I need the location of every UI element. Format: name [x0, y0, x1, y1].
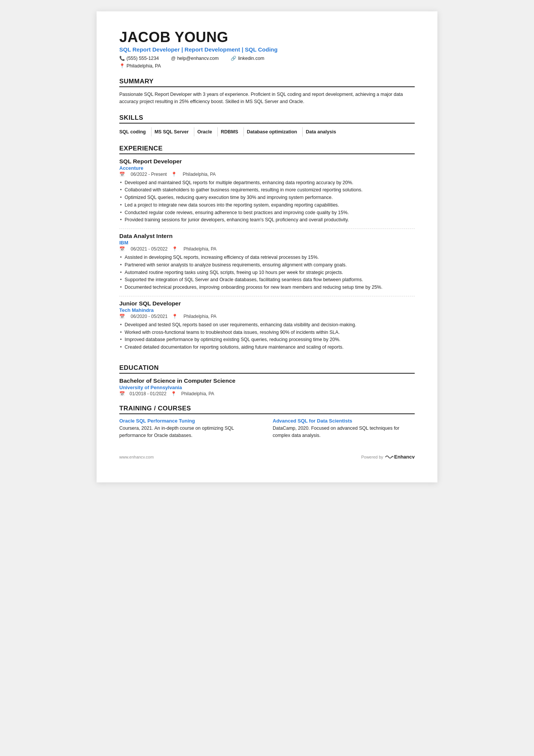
training-item-desc: DataCamp, 2020. Focused on advanced SQL …: [273, 425, 415, 439]
training-title: TRAINING / COURSES: [119, 405, 415, 414]
location-contact: 📍 Philadelphia, PA: [119, 63, 161, 69]
list-item: Provided training sessions for junior de…: [119, 216, 415, 224]
job-company: Accenture: [119, 165, 415, 171]
skill-item: Data analysis: [306, 127, 341, 136]
job-date: 06/2020 - 05/2021: [131, 314, 167, 319]
edu-degree: Bachelor of Science in Computer Science: [119, 377, 415, 384]
job-location: Philadelphia, PA: [183, 172, 215, 177]
summary-text: Passionate SQL Report Developer with 3 y…: [119, 91, 415, 106]
list-item: Optimized SQL queries, reducing query ex…: [119, 194, 415, 201]
footer-brand: Powered by Enhancv: [361, 454, 415, 460]
education-title: EDUCATION: [119, 364, 415, 374]
job-date: 06/2022 - Present: [131, 172, 167, 177]
email-icon: @: [171, 56, 175, 61]
skill-item: Database optimization: [247, 127, 303, 136]
training-section: TRAINING / COURSES Oracle SQL Performanc…: [119, 405, 415, 439]
linkedin-contact: 🔗 linkedin.com: [231, 56, 264, 61]
job-bullets: Developed and tested SQL reports based o…: [119, 321, 415, 351]
header-section: JACOB YOUNG SQL Report Developer | Repor…: [119, 30, 415, 69]
job-title: SQL Report Developer: [119, 158, 415, 165]
job-title: Data Analyst Intern: [119, 233, 415, 239]
job-meta: 📅06/2022 - Present📍Philadelphia, PA: [119, 172, 415, 177]
job-meta: 📅06/2020 - 05/2021📍Philadelphia, PA: [119, 314, 415, 319]
training-item-desc: Coursera, 2021. An in-depth course on op…: [119, 425, 261, 439]
location-pin-icon: 📍: [171, 391, 176, 396]
candidate-name: JACOB YOUNG: [119, 30, 415, 45]
list-item: Documented technical procedures, improvi…: [119, 284, 415, 291]
job-block: SQL Report DeveloperAccenture📅06/2022 - …: [119, 158, 415, 229]
jobs-container: SQL Report DeveloperAccenture📅06/2022 - …: [119, 158, 415, 356]
job-bullets: Assisted in developing SQL reports, incr…: [119, 254, 415, 291]
list-item: Led a project to integrate new data sour…: [119, 202, 415, 209]
training-item: Advanced SQL for Data ScientistsDataCamp…: [273, 418, 415, 439]
experience-title: EXPERIENCE: [119, 145, 415, 154]
job-meta: 📅06/2021 - 05/2022📍Philadelphia, PA: [119, 246, 415, 252]
edu-date: 01/2018 - 01/2022: [130, 391, 166, 396]
job-location: Philadelphia, PA: [183, 246, 216, 252]
job-bullets: Developed and maintained SQL reports for…: [119, 179, 415, 224]
training-item-title: Advanced SQL for Data Scientists: [273, 418, 415, 424]
list-item: Improved database performance by optimiz…: [119, 336, 415, 343]
phone-icon: 📞: [119, 56, 125, 61]
list-item: Automated routine reporting tasks using …: [119, 269, 415, 276]
edu-location: Philadelphia, PA: [181, 391, 214, 396]
calendar-icon: 📅: [119, 391, 125, 396]
training-item-title: Oracle SQL Performance Tuning: [119, 418, 261, 424]
experience-section: EXPERIENCE SQL Report DeveloperAccenture…: [119, 145, 415, 356]
edu-school: University of Pennsylvania: [119, 385, 415, 390]
footer-website: www.enhancv.com: [119, 455, 154, 459]
job-company: Tech Mahindra: [119, 307, 415, 313]
resume-page: JACOB YOUNG SQL Report Developer | Repor…: [97, 11, 437, 482]
skill-item: SQL coding: [119, 127, 151, 136]
training-container: Oracle SQL Performance TuningCoursera, 2…: [119, 418, 415, 439]
brand-name: Enhancv: [394, 454, 415, 460]
list-item: Partnered with senior analysts to analyz…: [119, 261, 415, 269]
footer: www.enhancv.com Powered by Enhancv: [119, 454, 415, 460]
edu-block: Bachelor of Science in Computer ScienceU…: [119, 377, 415, 396]
calendar-icon: 📅: [119, 314, 125, 319]
skills-title: SKILLS: [119, 114, 415, 124]
email-contact: @ help@enhancv.com: [171, 56, 219, 61]
location-pin-icon: 📍: [171, 172, 177, 177]
calendar-icon: 📅: [119, 172, 125, 177]
skills-row: SQL codingMS SQL ServerOracleRDBMSDataba…: [119, 127, 415, 136]
job-location: Philadelphia, PA: [183, 314, 216, 319]
list-item: Supported the integration of SQL Server …: [119, 276, 415, 283]
edu-container: Bachelor of Science in Computer ScienceU…: [119, 377, 415, 396]
summary-section: SUMMARY Passionate SQL Report Developer …: [119, 78, 415, 106]
list-item: Worked with cross-functional teams to tr…: [119, 329, 415, 336]
skills-section: SKILLS SQL codingMS SQL ServerOracleRDBM…: [119, 114, 415, 136]
job-date: 06/2021 - 05/2022: [131, 246, 167, 252]
edu-meta: 📅01/2018 - 01/2022📍Philadelphia, PA: [119, 391, 415, 396]
location-row: 📍 Philadelphia, PA: [119, 63, 415, 69]
job-title: Junior SQL Developer: [119, 300, 415, 307]
list-item: Conducted regular code reviews, ensuring…: [119, 209, 415, 216]
phone-contact: 📞 (555) 555-1234: [119, 56, 159, 61]
skill-item: MS SQL Server: [155, 127, 194, 136]
list-item: Developed and maintained SQL reports for…: [119, 179, 415, 186]
skill-item: RDBMS: [221, 127, 244, 136]
job-company: IBM: [119, 240, 415, 246]
location-pin-icon: 📍: [172, 246, 178, 252]
skill-item: Oracle: [197, 127, 218, 136]
location-icon: 📍: [119, 63, 125, 69]
training-item: Oracle SQL Performance TuningCoursera, 2…: [119, 418, 261, 439]
calendar-icon: 📅: [119, 246, 125, 252]
list-item: Developed and tested SQL reports based o…: [119, 321, 415, 329]
contact-row: 📞 (555) 555-1234 @ help@enhancv.com 🔗 li…: [119, 56, 415, 62]
enhancv-logo: Enhancv: [385, 454, 415, 460]
list-item: Created detailed documentation for repor…: [119, 344, 415, 351]
powered-by-text: Powered by: [361, 455, 383, 459]
candidate-title: SQL Report Developer | Report Developmen…: [119, 46, 415, 53]
link-icon: 🔗: [231, 56, 236, 61]
education-section: EDUCATION Bachelor of Science in Compute…: [119, 364, 415, 396]
summary-title: SUMMARY: [119, 78, 415, 87]
list-item: Assisted in developing SQL reports, incr…: [119, 254, 415, 261]
location-pin-icon: 📍: [172, 314, 178, 319]
job-block: Data Analyst InternIBM📅06/2021 - 05/2022…: [119, 233, 415, 296]
list-item: Collaborated with stakeholders to gather…: [119, 186, 415, 194]
job-block: Junior SQL DeveloperTech Mahindra📅06/202…: [119, 300, 415, 356]
